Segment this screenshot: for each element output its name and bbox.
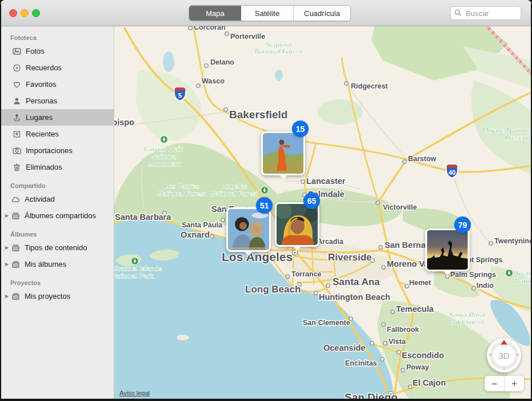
cluster-count-badge[interactable]: 15 [292, 121, 309, 137]
view-segmented-control: Mapa Satélite Cuadrícula [189, 5, 351, 21]
map-label: Sequoia [266, 41, 291, 48]
photo-cluster[interactable] [261, 131, 305, 175]
memories-icon [11, 63, 22, 73]
photo-cluster[interactable] [226, 207, 271, 252]
fullscreen-button[interactable] [32, 9, 40, 17]
map-label: Indio [477, 282, 494, 290]
map-label: Long Beach [245, 284, 301, 295]
cluster-photo-joshua-tree-dusk [427, 230, 468, 270]
map-label: Porterville [230, 33, 265, 41]
route-shield-number: 5 [178, 92, 182, 99]
sidebar-item-recuerdos[interactable]: Recuerdos [0, 59, 114, 76]
zoom-controls: − + [485, 376, 524, 391]
compass-3d-control[interactable]: 3D [487, 338, 521, 372]
cluster-count-badge[interactable]: 79 [454, 216, 471, 233]
sidebar-item-label: Actividad [25, 195, 55, 203]
sidebar-item-label: Favoritos [26, 80, 56, 89]
map-label: Los Angeles [222, 250, 293, 263]
map-label: Santa Rosa [449, 311, 485, 318]
camera-icon [11, 146, 22, 155]
sidebar-item-actividad[interactable]: ▶ Actividad [0, 191, 114, 207]
map-label: San Diego [345, 391, 398, 401]
map-label: Torrance [291, 270, 322, 278]
search-icon [454, 9, 462, 17]
photos-app-window: Mapa Satélite Cuadrícula Fototeca Fotos … [0, 0, 532, 401]
cluster-count-badge[interactable]: 51 [256, 197, 273, 214]
sidebar-item-recientes[interactable]: Recientes [0, 126, 114, 142]
sidebar-item-label: Lugares [26, 113, 53, 122]
map-label: Angeles [222, 183, 247, 190]
sidebar: Fototeca Fotos Recuerdos Favoritos Perso… [0, 26, 114, 401]
map-label: Hemet [409, 279, 431, 287]
search-field[interactable] [450, 6, 521, 20]
map-label: National Forest [158, 190, 206, 197]
map-label: Joshua Tree [515, 270, 532, 277]
sidebar-item-favoritos[interactable]: Favoritos [0, 76, 114, 93]
map-label: Arcadia [317, 238, 344, 246]
map-label: Vista [389, 338, 406, 346]
map-label: Victorville [383, 203, 417, 211]
trash-icon [11, 162, 22, 172]
map-label: Ridgecrest [351, 82, 388, 90]
disclosure-triangle-icon[interactable]: ▶ [3, 245, 10, 250]
search-input[interactable] [465, 7, 519, 19]
sidebar-item-eliminados[interactable]: Eliminados [0, 159, 114, 175]
map-label: Santa Barbara [115, 212, 171, 222]
section-header: Fototeca [0, 30, 114, 43]
sidebar-item-tipos-de-contenido[interactable]: ▶ Tipos de contenido [0, 239, 114, 256]
photos-icon [11, 46, 22, 56]
cloud-icon [10, 194, 21, 204]
map-label: Encinitas [345, 359, 377, 367]
minimize-button[interactable] [21, 9, 29, 17]
tab-cuadricula[interactable]: Cuadrícula [293, 6, 350, 21]
map-label: Temecula [396, 304, 434, 314]
map-label: Poway [406, 363, 429, 371]
photo-cluster[interactable] [425, 228, 470, 271]
sidebar-item-label: Recientes [26, 130, 59, 138]
map-label: Fallbrook [387, 326, 419, 334]
sidebar-item-label: Fotos [26, 47, 45, 55]
sidebar-item-label: Eliminados [26, 163, 62, 171]
close-button[interactable] [9, 9, 17, 17]
sidebar-item-label: Recuerdos [26, 63, 62, 72]
sidebar-item-mis-proyectos[interactable]: ▶ Mis proyectos [0, 288, 114, 304]
disclosure-triangle-icon[interactable]: ▶ [3, 213, 10, 218]
compass-tick [489, 354, 492, 355]
map-label: El Cajon [413, 378, 446, 387]
map-label: National Park [515, 278, 532, 284]
map-label: National [151, 153, 177, 160]
map-label: Huntington Beach [319, 292, 390, 302]
zoom-out-button[interactable]: − [485, 376, 505, 391]
map-label: Barstow [408, 155, 437, 163]
tab-mapa[interactable]: Mapa [189, 6, 241, 21]
cluster-count-badge[interactable]: 65 [303, 193, 320, 209]
map-label: Palm Springs [450, 271, 496, 279]
sidebar-item-lugares[interactable]: Lugares [0, 109, 114, 126]
sidebar-item-label: Mis proyectos [25, 292, 70, 300]
sidebar-item-fotos[interactable]: Fotos [0, 43, 114, 59]
map-label: Lancaster [306, 177, 346, 186]
section-header: Proyectos [0, 272, 114, 288]
tab-satelite[interactable]: Satélite [241, 6, 293, 21]
map-label: Carrizo Plain [144, 146, 184, 153]
compass-3d-label: 3D [498, 351, 509, 360]
cluster-photo-orange-dress [263, 133, 303, 174]
compass-tick [516, 354, 519, 355]
sidebar-item-albumes-compartidos[interactable]: ▶ Álbumes compartidos [0, 207, 114, 224]
compass-tick [503, 367, 505, 370]
legal-notice-link[interactable]: Aviso legal [119, 390, 150, 396]
zoom-in-button[interactable]: + [505, 376, 524, 391]
album-icon [10, 243, 21, 252]
sidebar-item-mis-albumes[interactable]: ▶ Mis álbumes [0, 256, 114, 272]
heart-icon [11, 79, 22, 89]
album-icon [10, 291, 21, 301]
map-label: Oxnard [181, 230, 210, 239]
map-label: Bakersfield [229, 109, 287, 121]
sidebar-item-importaciones[interactable]: Importaciones [0, 142, 114, 159]
disclosure-triangle-icon[interactable]: ▶ [3, 294, 10, 299]
map-canvas[interactable]: 5 40 Corcoran Porterville Sequoia Nation… [114, 26, 532, 401]
disclosure-triangle-icon[interactable]: ▶ [3, 262, 10, 267]
sidebar-item-personas[interactable]: Personas [0, 93, 114, 109]
map-label: Wilderness [449, 319, 484, 326]
map-label: National Forest [254, 48, 303, 55]
